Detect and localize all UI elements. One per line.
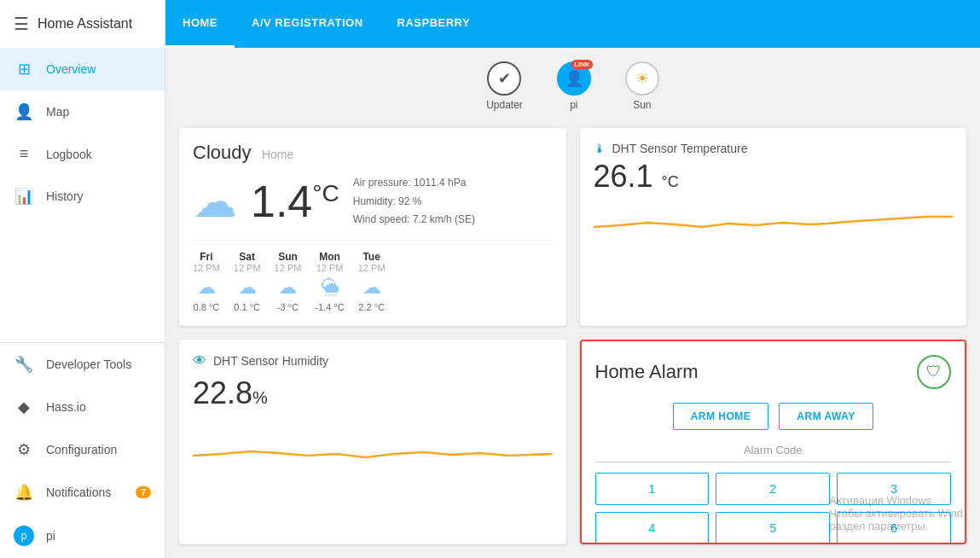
tab-raspberry[interactable]: RASPBERRY <box>380 0 488 48</box>
sidebar-item-overview[interactable]: ⊞ Overview <box>0 48 165 90</box>
temp-card-header: 🌡 DHT Sensor Temperature <box>594 142 954 155</box>
updater-circle: ✔ <box>487 61 521 96</box>
air-pressure: Air pressure: 1011.4 hPa <box>353 174 475 193</box>
wind-speed: Wind speed: 7.2 km/h (SE) <box>353 211 475 230</box>
forecast-icon-fri: ☁ <box>193 276 220 299</box>
sidebar-item-pi[interactable]: p pi <box>0 514 165 558</box>
sidebar-label-history: History <box>46 189 84 203</box>
eye-icon: 👁 <box>193 353 206 369</box>
forecast-icon-mon: 🌦 <box>315 276 344 299</box>
sidebar-label-overview: Overview <box>46 62 96 76</box>
developer-tools-icon: 🔧 <box>14 355 34 374</box>
sun-label: Sun <box>633 99 651 111</box>
weather-condition: Cloudy <box>193 142 251 163</box>
thermometer-icon: 🌡 <box>594 142 606 155</box>
humidity-title: DHT Sensor Humidity <box>213 354 328 368</box>
weather-details: Air pressure: 1011.4 hPa Humidity: 92 % … <box>353 174 475 230</box>
status-pi[interactable]: 👤 LINK pi <box>557 61 591 111</box>
alarm-card: Home Alarm 🛡 ARM HOME ARM AWAY Alarm Cod… <box>580 340 967 544</box>
sidebar-item-notifications[interactable]: 🔔 Notifications 7 <box>0 471 165 514</box>
alarm-keypad: 1 2 3 4 5 6 7 8 9 0 CLEAR <box>595 473 952 544</box>
sidebar-item-history[interactable]: 📊 History <box>0 175 165 218</box>
humidity-detail: Humidity: 92 % <box>353 193 475 212</box>
sidebar-label-logbook: Logbook <box>46 148 92 161</box>
temp-card-title-text: DHT Sensor Temperature <box>612 142 748 155</box>
check-icon: ✔ <box>498 69 511 88</box>
temp-unit: °C <box>312 180 339 206</box>
sidebar-label-hassio: Hass.io <box>46 400 86 414</box>
sidebar-item-developer-tools[interactable]: 🔧 Developer Tools <box>0 343 165 386</box>
sun-circle: ☀ <box>625 61 659 96</box>
status-row: ✔ Updater 👤 LINK pi ☀ Sun <box>179 61 966 111</box>
logo-area: ☰ Home Assistant <box>0 0 165 48</box>
sidebar-bottom: 🔧 Developer Tools ◆ Hass.io ⚙ Configurat… <box>0 342 165 558</box>
alarm-title: Home Alarm <box>595 361 699 383</box>
status-updater[interactable]: ✔ Updater <box>486 61 523 111</box>
pi-circle: 👤 LINK <box>557 61 591 96</box>
sidebar-label-map: Map <box>46 105 69 119</box>
weather-location: Home <box>262 148 293 161</box>
humidity-value: 22.8% <box>193 375 553 411</box>
forecast-sun: Sun 12 PM ☁ -3 °C <box>275 251 302 312</box>
humidity-chart <box>193 421 553 473</box>
forecast-sat: Sat 12 PM ☁ 0.1 °C <box>234 251 261 312</box>
forecast-icon-sun: ☁ <box>275 276 302 299</box>
sidebar-item-logbook[interactable]: ≡ Logbook <box>0 133 165 175</box>
status-sun[interactable]: ☀ Sun <box>625 61 659 111</box>
humidity-card: 👁 DHT Sensor Humidity 22.8% <box>179 340 566 544</box>
notifications-icon: 🔔 <box>14 483 34 502</box>
key-5[interactable]: 5 <box>716 512 830 544</box>
alarm-shield-icon: 🛡 <box>917 355 951 389</box>
temp-display: 26.1 °C <box>594 159 954 195</box>
sidebar-label-configuration: Configuration <box>46 443 117 456</box>
cloud-icon: ☁ <box>193 176 237 227</box>
humidity-header: 👁 DHT Sensor Humidity <box>193 353 553 369</box>
key-1[interactable]: 1 <box>595 473 710 505</box>
weather-header: Cloudy Home <box>193 142 553 164</box>
logbook-icon: ≡ <box>14 145 34 163</box>
tab-home[interactable]: HOME <box>165 0 235 48</box>
overview-icon: ⊞ <box>14 60 34 78</box>
sidebar-item-map[interactable]: 👤 Map <box>0 90 165 133</box>
link-badge: LINK <box>571 60 593 69</box>
app-title: Home Assistant <box>38 16 132 32</box>
history-icon: 📊 <box>14 187 34 206</box>
hassio-icon: ◆ <box>14 398 34 416</box>
forecast-icon-sat: ☁ <box>234 276 261 299</box>
sun-icon: ☀ <box>635 69 649 88</box>
sidebar-label-notifications: Notifications <box>46 485 111 499</box>
tab-av-registration[interactable]: A/V REGISTRATION <box>235 0 380 48</box>
configuration-icon: ⚙ <box>14 440 34 459</box>
hamburger-icon[interactable]: ☰ <box>14 14 29 34</box>
key-2[interactable]: 2 <box>716 473 830 505</box>
forecast-fri: Fri 12 PM ☁ 0.8 °C <box>193 251 220 312</box>
nav-tabs: HOME A/V REGISTRATION RASPBERRY <box>165 0 980 48</box>
sidebar-label-developer-tools: Developer Tools <box>46 357 131 371</box>
weather-main: ☁ 1.4°C Air pressure: 1011.4 hPa Humidit… <box>193 174 553 230</box>
weather-temperature: 1.4°C <box>251 176 339 227</box>
top-navbar: ☰ Home Assistant HOME A/V REGISTRATION R… <box>0 0 980 48</box>
key-4[interactable]: 4 <box>595 512 710 544</box>
pi-avatar: p <box>14 526 34 546</box>
sidebar-item-hassio[interactable]: ◆ Hass.io <box>0 386 165 428</box>
user-icon: 👤 <box>565 69 583 88</box>
temp-unit-label: °C <box>662 173 679 190</box>
forecast-mon: Mon 12 PM 🌦 -1.4 °C <box>315 251 344 312</box>
arm-home-button[interactable]: ARM HOME <box>673 403 769 430</box>
sidebar-item-configuration[interactable]: ⚙ Configuration <box>0 428 165 471</box>
pi-label: pi <box>570 99 577 111</box>
temperature-card: 🌡 DHT Sensor Temperature 26.1 °C <box>580 128 967 326</box>
alarm-code-label: Alarm Code <box>595 444 952 462</box>
alarm-header: Home Alarm 🛡 <box>595 355 952 389</box>
sidebar-label-pi: pi <box>46 529 55 543</box>
temp-chart <box>594 201 954 244</box>
key-6[interactable]: 6 <box>837 512 951 544</box>
alarm-buttons: ARM HOME ARM AWAY <box>595 403 952 430</box>
content-area: ✔ Updater 👤 LINK pi ☀ Sun Cloudy <box>165 48 980 558</box>
arm-away-button[interactable]: ARM AWAY <box>779 403 873 430</box>
sidebar: ⊞ Overview 👤 Map ≡ Logbook 📊 History 🔧 D… <box>0 48 165 558</box>
forecast-icon-tue: ☁ <box>358 276 386 299</box>
notification-badge: 7 <box>136 486 151 498</box>
key-3[interactable]: 3 <box>837 473 951 505</box>
forecast-tue: Tue 12 PM ☁ 2.2 °C <box>358 251 386 312</box>
